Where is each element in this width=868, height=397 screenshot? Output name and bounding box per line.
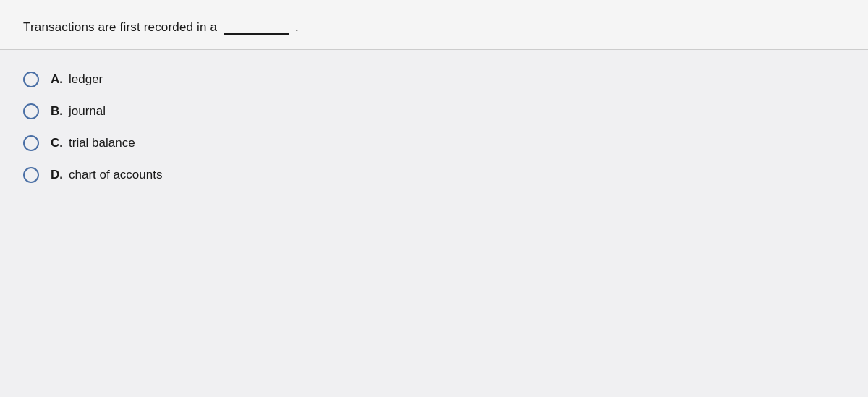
- radio-c[interactable]: [23, 135, 39, 151]
- answer-label-b: B.: [51, 104, 63, 119]
- answers-section: A. ledger B. journal C. trial balance D.…: [0, 50, 868, 397]
- answer-label-c: C.: [51, 136, 63, 150]
- blank-line: [224, 32, 289, 35]
- answer-label-a: A.: [51, 72, 63, 87]
- question-text-after: .: [295, 20, 299, 34]
- answer-text-b: journal: [69, 104, 106, 119]
- radio-b[interactable]: [23, 103, 39, 119]
- answer-option-d[interactable]: D. chart of accounts: [23, 167, 845, 183]
- question-text: Transactions are first recorded in a .: [23, 20, 845, 35]
- answer-text-a: ledger: [69, 72, 103, 87]
- answer-option-b[interactable]: B. journal: [23, 103, 845, 119]
- question-section: Transactions are first recorded in a .: [0, 0, 868, 50]
- answer-text-c: trial balance: [69, 136, 135, 150]
- main-container: Transactions are first recorded in a . A…: [0, 0, 868, 397]
- radio-a[interactable]: [23, 72, 39, 87]
- answer-text-d: chart of accounts: [69, 168, 162, 182]
- answer-option-c[interactable]: C. trial balance: [23, 135, 845, 151]
- answer-option-a[interactable]: A. ledger: [23, 72, 845, 87]
- answer-label-d: D.: [51, 168, 63, 182]
- radio-d[interactable]: [23, 167, 39, 183]
- question-text-before: Transactions are first recorded in a: [23, 20, 217, 34]
